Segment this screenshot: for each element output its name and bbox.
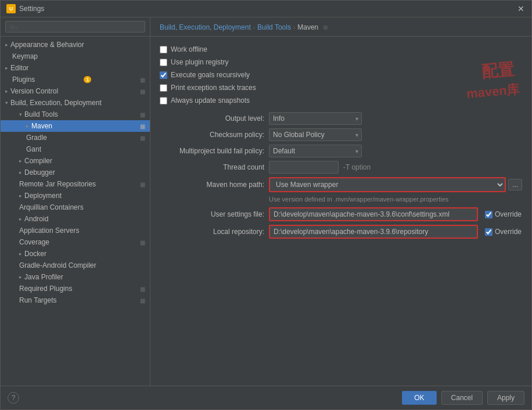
sidebar-item-label: Deployment — [24, 192, 62, 200]
breadcrumb: Build, Execution, Deployment › Build Too… — [150, 17, 531, 37]
sidebar-item-maven[interactable]: ▸ Maven ▦ — [1, 120, 150, 132]
help-button[interactable]: ? — [8, 392, 19, 404]
breadcrumb-build[interactable]: Build, Execution, Deployment — [160, 23, 251, 31]
sidebar-item-arquillian[interactable]: Arquillian Containers — [1, 202, 150, 213]
print-stack-traces-label: Print exception stack traces — [171, 84, 256, 92]
chevron-icon: ▸ — [26, 123, 29, 129]
plugins-badge: 1 — [84, 76, 91, 83]
sidebar-item-label: Docker — [24, 250, 46, 258]
chevron-icon: ▸ — [19, 274, 22, 280]
output-level-select[interactable]: Info Debug Error — [269, 112, 362, 125]
sidebar-item-label: Appearance & Behavior — [10, 41, 84, 49]
plugins-icon: ▦ — [140, 77, 145, 83]
remote-jar-icon: ▦ — [140, 181, 145, 188]
sidebar-item-label: Android — [24, 215, 48, 223]
sidebar-item-label: Debugger — [24, 168, 55, 177]
multiproject-policy-select[interactable]: Default Fail At End Fail Fast Never Fail — [269, 145, 362, 157]
chevron-icon: ▸ — [5, 65, 8, 71]
sidebar-item-required-plugins[interactable]: Required Plugins ▦ — [1, 283, 150, 294]
sidebar-item-java-profiler[interactable]: ▸ Java Profiler — [1, 271, 150, 283]
coverage-icon: ▦ — [140, 239, 145, 246]
main-content: ▸ Appearance & Behavior Keymap ▸ Editor … — [1, 17, 531, 386]
app-icon: U — [6, 4, 16, 13]
sidebar-item-version-control[interactable]: ▸ Version Control ▦ — [1, 85, 150, 97]
sidebar-item-label: Required Plugins — [19, 285, 72, 293]
sidebar-item-editor[interactable]: ▸ Editor — [1, 62, 150, 74]
sidebar-item-deployment[interactable]: ▸ Deployment — [1, 190, 150, 202]
execute-goals-checkbox[interactable] — [160, 71, 167, 79]
always-update-checkbox[interactable] — [160, 97, 167, 105]
chevron-icon: ▾ — [19, 112, 22, 117]
sidebar-item-label: Compiler — [24, 157, 52, 165]
work-offline-row: Work offline — [160, 44, 522, 55]
user-settings-override-label: Override — [495, 210, 522, 218]
sidebar-item-android[interactable]: ▸ Android — [1, 213, 150, 225]
sidebar-item-appearance[interactable]: ▸ Appearance & Behavior — [1, 39, 150, 51]
sidebar-item-build-tools[interactable]: ▾ Build Tools ▦ — [1, 109, 150, 120]
local-repo-input[interactable] — [269, 225, 478, 239]
sidebar-item-label: Remote Jar Repositories — [19, 180, 96, 188]
work-offline-checkbox[interactable] — [160, 46, 167, 53]
breadcrumb-buildtools[interactable]: Build Tools — [257, 23, 291, 31]
sidebar-item-run-targets[interactable]: Run Targets ▦ — [1, 294, 150, 306]
sidebar-item-gant[interactable]: Gant — [1, 143, 150, 155]
print-stack-traces-checkbox[interactable] — [160, 84, 167, 92]
chevron-icon: ▸ — [19, 216, 22, 222]
title-bar-left: U Settings — [6, 4, 44, 13]
close-button[interactable]: ✕ — [516, 4, 526, 13]
sidebar-item-app-servers[interactable]: Application Servers — [1, 225, 150, 236]
print-stack-traces-row: Print exception stack traces — [160, 82, 522, 93]
sidebar-item-keymap[interactable]: Keymap — [1, 51, 150, 62]
title-bar: U Settings ✕ — [1, 1, 531, 17]
multiproject-policy-label: Multiproject build fail policy: — [160, 147, 264, 155]
checksum-policy-select[interactable]: No Global Policy Fail Warn Ignore — [269, 128, 362, 141]
sidebar-item-label: Gant — [26, 145, 41, 153]
ok-button[interactable]: OK — [402, 391, 436, 405]
sidebar-item-label: Application Servers — [19, 226, 79, 235]
sidebar-item-label: Maven — [31, 122, 52, 130]
search-box — [1, 17, 150, 37]
chevron-icon: ▸ — [19, 170, 22, 175]
maven-home-select[interactable]: Use Maven wrapper — [269, 177, 506, 192]
sidebar-item-debugger[interactable]: ▸ Debugger — [1, 167, 150, 178]
build-tools-icon: ▦ — [140, 112, 145, 118]
gradle-icon: ▦ — [140, 135, 145, 141]
bottom-left: ? — [8, 392, 19, 404]
maven-home-browse-button[interactable]: ... — [508, 179, 522, 190]
breadcrumb-sep1: › — [253, 24, 255, 31]
sidebar-item-build-exec-deploy[interactable]: ▾ Build, Execution, Deployment — [1, 97, 150, 109]
thread-count-label: Thread count — [160, 163, 264, 171]
nav-tree: ▸ Appearance & Behavior Keymap ▸ Editor … — [1, 37, 150, 386]
t-option-label: -T option — [343, 163, 371, 171]
req-plugins-icon: ▦ — [140, 286, 145, 292]
local-repo-label: Local repository: — [160, 228, 264, 236]
sidebar-item-label: Java Profiler — [24, 273, 63, 281]
search-input[interactable] — [5, 21, 145, 33]
sidebar-item-gradle-android[interactable]: Gradle-Android Compiler — [1, 260, 150, 271]
sidebar-item-plugins[interactable]: Plugins 1 ▦ — [1, 74, 150, 85]
sidebar-item-docker[interactable]: ▸ Docker — [1, 248, 150, 260]
breadcrumb-maven: Maven — [297, 23, 318, 31]
thread-count-input[interactable] — [269, 161, 339, 174]
use-plugin-registry-checkbox[interactable] — [160, 59, 167, 66]
chevron-icon: ▸ — [5, 88, 8, 94]
apply-button[interactable]: Apply — [487, 391, 524, 405]
sidebar: ▸ Appearance & Behavior Keymap ▸ Editor … — [1, 17, 150, 386]
sidebar-item-label: Arquillian Containers — [19, 203, 84, 211]
maven-icon: ▦ — [140, 123, 145, 130]
always-update-label: Always update snapshots — [171, 96, 250, 105]
chevron-icon: ▾ — [5, 100, 8, 106]
local-repo-override-label: Override — [495, 228, 522, 236]
local-repo-override-checkbox[interactable] — [485, 228, 493, 236]
sidebar-item-compiler[interactable]: ▸ Compiler — [1, 155, 150, 167]
user-settings-row: User settings file: Override — [160, 207, 522, 221]
user-settings-input[interactable] — [269, 207, 478, 221]
sidebar-item-coverage[interactable]: Coverage ▦ — [1, 236, 150, 248]
output-level-row: Output level: Info Debug Error — [160, 112, 522, 125]
sidebar-item-remote-jar[interactable]: Remote Jar Repositories ▦ — [1, 178, 150, 190]
thread-count-row: Thread count -T option — [160, 161, 522, 174]
sidebar-item-gradle[interactable]: Gradle ▦ — [1, 132, 150, 143]
cancel-button[interactable]: Cancel — [441, 391, 483, 405]
local-repo-row: Local repository: Override — [160, 225, 522, 239]
user-settings-override-checkbox[interactable] — [485, 211, 493, 218]
